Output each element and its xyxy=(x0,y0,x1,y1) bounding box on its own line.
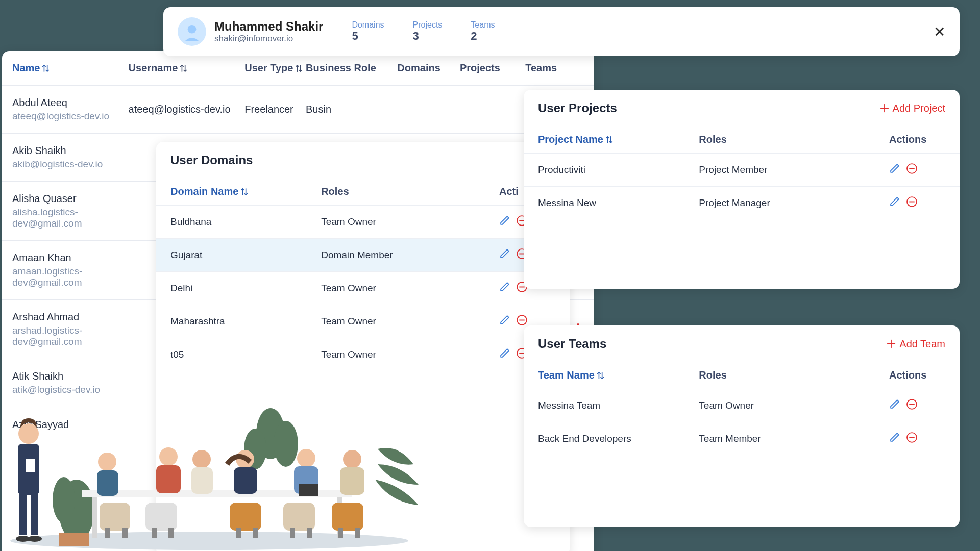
svg-rect-44 xyxy=(234,467,257,494)
svg-rect-45 xyxy=(283,503,315,531)
team-row[interactable]: Messina TeamTeam Owner xyxy=(524,389,960,422)
project-row[interactable]: ProductivitiProject Member xyxy=(524,153,960,186)
team-col-name[interactable]: Team Name xyxy=(538,369,699,381)
row-role: Project Member xyxy=(699,164,889,176)
domain-row[interactable]: BuldhanaTeam Owner xyxy=(156,205,570,238)
domain-row[interactable]: DelhiTeam Owner xyxy=(156,271,570,305)
edit-button[interactable] xyxy=(889,432,901,446)
stat-teams: Teams2 xyxy=(471,20,495,43)
row-role: Team Owner xyxy=(321,316,499,327)
domain-row[interactable]: GujaratDomain Member xyxy=(156,238,570,271)
svg-rect-22 xyxy=(26,459,35,472)
sort-icon xyxy=(597,370,605,381)
row-role: Team Owner xyxy=(699,400,889,411)
edit-button[interactable] xyxy=(499,347,511,362)
column-name[interactable]: Name xyxy=(12,62,129,74)
row-name: Productiviti xyxy=(538,164,699,176)
team-row[interactable]: Back End DevelopersTeam Member xyxy=(524,422,960,455)
user-summary-card: Muhammed Shakir shakir@infomover.io Doma… xyxy=(163,7,960,56)
edit-button[interactable] xyxy=(889,163,901,177)
column-username-label: Username xyxy=(129,62,178,74)
edit-button[interactable] xyxy=(889,196,901,210)
svg-rect-47 xyxy=(307,528,312,538)
team-col-roles: Roles xyxy=(699,369,889,381)
row-name: Maharashtra xyxy=(170,316,321,327)
svg-rect-17 xyxy=(59,533,89,546)
user-email: amaan.logistics-dev@gmail.com xyxy=(12,266,129,288)
projects-panel-title: User Projects xyxy=(538,101,617,115)
user-email: akib@logistics-dev.io xyxy=(12,159,129,170)
svg-rect-29 xyxy=(105,528,110,538)
edit-button[interactable] xyxy=(499,248,511,262)
svg-point-21 xyxy=(18,423,39,444)
user-type: Freelancer xyxy=(244,104,306,115)
domains-panel-title: User Domains xyxy=(170,153,253,167)
remove-button[interactable] xyxy=(906,432,918,446)
add-team-label: Add Team xyxy=(899,338,945,350)
remove-button[interactable] xyxy=(906,196,918,210)
stat-value: 3 xyxy=(413,30,443,43)
svg-rect-55 xyxy=(340,467,364,495)
domain-row[interactable]: t05Team Owner xyxy=(156,338,570,371)
row-name: Messina New xyxy=(538,197,699,209)
svg-point-13 xyxy=(53,477,75,523)
username: ateeq@logistics-dev.io xyxy=(129,104,245,115)
remove-button[interactable] xyxy=(906,398,918,413)
sort-icon xyxy=(605,135,614,145)
project-col-name-label: Project Name xyxy=(538,134,603,145)
project-row[interactable]: Messina NewProject Manager xyxy=(524,186,960,219)
close-button[interactable]: ✕ xyxy=(934,23,945,40)
sort-icon xyxy=(295,63,303,73)
sort-icon xyxy=(180,63,188,73)
svg-rect-51 xyxy=(332,503,363,531)
svg-rect-30 xyxy=(122,528,128,538)
user-name: Atik Shaikh xyxy=(12,370,129,382)
column-user-type[interactable]: User Type xyxy=(244,62,306,74)
svg-point-54 xyxy=(343,450,361,468)
sort-icon xyxy=(240,187,249,197)
stat-value: 2 xyxy=(471,30,495,43)
user-email: alisha.logistics-dev@gmail.com xyxy=(12,207,129,229)
team-col-actions: Actions xyxy=(889,369,945,381)
stat-label: Domains xyxy=(352,20,384,30)
table-row[interactable]: Abdul Ateeqateeq@logistics-dev.ioateeq@l… xyxy=(2,86,594,134)
svg-rect-52 xyxy=(338,528,343,538)
user-email: ateeq@logistics-dev.io xyxy=(12,111,129,122)
teams-panel-title: User Teams xyxy=(538,337,606,351)
edit-button[interactable] xyxy=(499,314,511,329)
domain-row[interactable]: MaharashtraTeam Owner xyxy=(156,305,570,338)
remove-button[interactable] xyxy=(906,163,918,177)
user-name: Abdul Ateeq xyxy=(12,97,129,109)
column-domains-label: Domains xyxy=(397,62,440,73)
svg-point-31 xyxy=(98,453,116,471)
column-projects: Projects xyxy=(449,62,510,74)
svg-rect-19 xyxy=(19,494,27,535)
svg-rect-26 xyxy=(92,497,97,538)
user-name: Akib Shaikh xyxy=(12,145,129,157)
user-identity: Muhammed Shakir shakir@infomover.io xyxy=(214,19,323,44)
business-role: Busin xyxy=(306,104,388,115)
stat-projects: Projects3 xyxy=(413,20,443,43)
svg-point-38 xyxy=(192,450,211,468)
svg-rect-46 xyxy=(290,528,295,538)
row-role: Team Owner xyxy=(321,349,499,360)
edit-button[interactable] xyxy=(889,398,901,413)
add-team-button[interactable]: Add Team xyxy=(886,338,945,350)
svg-rect-32 xyxy=(97,470,118,496)
edit-button[interactable] xyxy=(499,281,511,295)
project-col-name[interactable]: Project Name xyxy=(538,134,699,145)
user-projects-panel: User Projects Add Project Project Name R… xyxy=(524,90,960,289)
domain-col-name[interactable]: Domain Name xyxy=(170,186,321,197)
svg-rect-33 xyxy=(145,503,177,531)
column-username[interactable]: Username xyxy=(129,62,245,74)
svg-point-15 xyxy=(274,421,298,467)
add-project-button[interactable]: Add Project xyxy=(879,103,945,114)
svg-rect-34 xyxy=(152,528,157,538)
column-user-type-label: User Type xyxy=(244,62,293,74)
user-teams-panel: User Teams Add Team Team Name Roles Acti… xyxy=(524,325,960,527)
row-name: Delhi xyxy=(170,283,321,294)
edit-button[interactable] xyxy=(499,215,511,229)
user-name: Muhammed Shakir xyxy=(214,19,323,34)
stat-label: Teams xyxy=(471,20,495,30)
user-email: arshad.logistics-dev@gmail.com xyxy=(12,325,129,347)
